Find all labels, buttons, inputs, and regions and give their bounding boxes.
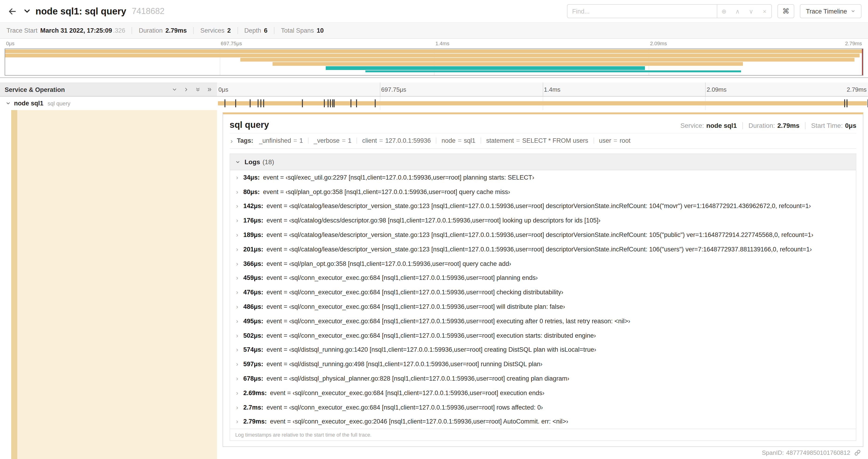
log-entry[interactable]: ›476μs:event = ‹sql/conn_executor_exec.g… — [230, 285, 856, 300]
log-marker — [224, 99, 225, 107]
next-result-button[interactable]: ∨ — [744, 5, 758, 18]
trace-view-selector[interactable]: Trace Timeline — [800, 4, 862, 18]
collapse-one-button[interactable] — [183, 87, 189, 92]
log-entry[interactable]: ›2.79ms:event = ‹sql/conn_executor_exec.… — [230, 415, 856, 429]
chevron-right-icon: › — [236, 275, 238, 281]
minimap-tick-labels: 0μs697.75μs1.4ms2.09ms2.79ms — [5, 41, 863, 47]
find-input[interactable] — [567, 4, 717, 18]
log-event-text: event = ‹sql/plan_opt.go:358 [nsql1,clie… — [267, 260, 511, 267]
expand-one-button[interactable] — [172, 87, 177, 92]
log-timestamp: 2.69ms: — [243, 390, 267, 396]
tag-equals-sign: = — [342, 137, 346, 144]
double-chevron-right-icon — [207, 87, 212, 92]
start-time-meta-value: 0μs — [845, 122, 856, 129]
log-marker — [844, 99, 845, 107]
tag-key: statement — [486, 137, 514, 144]
log-marker — [375, 99, 376, 107]
summary-item-label: Depth — [244, 27, 261, 34]
log-timestamp: 2.79ms: — [243, 418, 267, 425]
span-duration-bar[interactable] — [218, 101, 867, 105]
log-entry[interactable]: ›34μs:event = ‹sql/exec_util.go:2297 [ns… — [230, 170, 856, 185]
span-detail-panel: sql query Service: node sql1 Duration: 2… — [217, 110, 868, 459]
minimap-span-bar — [365, 70, 741, 72]
clear-search-button[interactable]: × — [758, 5, 771, 18]
log-timestamp: 486μs: — [243, 303, 264, 310]
log-timestamp: 476μs: — [243, 289, 264, 296]
log-marker — [250, 99, 251, 107]
log-entry[interactable]: ›189μs:event = ‹sql/catalog/lease/descri… — [230, 228, 856, 242]
link-icon[interactable] — [855, 450, 861, 456]
timeline-tick-header: 0μs697.75μs1.4ms2.09ms2.79ms — [217, 83, 868, 97]
span-color-accent-stripe[interactable] — [11, 110, 17, 459]
log-entry[interactable]: ›495μs:event = ‹sql/conn_executor_exec.g… — [230, 314, 856, 328]
log-entry[interactable]: ›2.69ms:event = ‹sql/conn_executor_exec.… — [230, 386, 856, 400]
log-entry[interactable]: ›176μs:event = ‹sql/catalog/descs/descri… — [230, 214, 856, 228]
tag-divider — [308, 138, 308, 144]
logs-accordion-header[interactable]: Logs (18) — [230, 154, 856, 170]
summary-item-value: 2 — [227, 27, 231, 34]
log-timestamp: 142μs: — [243, 203, 264, 210]
summary-item-value: 2.79ms — [165, 27, 187, 34]
log-entry[interactable]: ›142μs:event = ‹sql/catalog/lease/descri… — [230, 199, 856, 214]
span-detail-header: sql query Service: node sql1 Duration: 2… — [229, 119, 856, 133]
expand-all-button[interactable] — [195, 87, 201, 92]
log-entry[interactable]: ›678μs:event = ‹sql/distsql_physical_pla… — [230, 371, 856, 386]
back-button[interactable] — [3, 0, 22, 22]
log-timestamp: 495μs: — [243, 318, 264, 325]
collapse-header-chevron-icon[interactable] — [23, 7, 31, 15]
chevron-right-icon: › — [236, 347, 238, 353]
chevron-right-icon: › — [236, 246, 238, 252]
log-entry[interactable]: ›366μs:event = ‹sql/plan_opt.go:358 [nsq… — [230, 257, 856, 271]
span-service-name: node sql1 — [14, 100, 43, 107]
chevron-right-icon: › — [236, 189, 238, 195]
log-event-text: event = ‹sql/catalog/lease/descriptor_ve… — [267, 231, 813, 238]
timeline-minimap[interactable] — [5, 48, 863, 75]
log-event-text: event = ‹sql/conn_executor_exec.go:684 [… — [267, 404, 543, 411]
minimap-span-bar — [5, 54, 222, 57]
span-row[interactable]: node sql1 sql query — [0, 97, 868, 110]
chevron-right-icon: › — [236, 332, 238, 338]
log-entry[interactable]: ›201μs:event = ‹sql/catalog/lease/descri… — [230, 242, 856, 257]
log-entry[interactable]: ›2.7ms:event = ‹sql/conn_executor_exec.g… — [230, 400, 856, 415]
prev-result-button[interactable]: ∧ — [731, 5, 744, 18]
log-event-text: event = ‹sql/conn_executor_exec.go:684 [… — [267, 303, 565, 310]
tick-label: 697.75μs — [381, 86, 406, 93]
span-detail-tint — [17, 110, 217, 459]
tags-accordion[interactable]: › Tags: _unfinished=1_verbose=1client=12… — [229, 133, 856, 149]
log-marker — [235, 99, 236, 107]
keyboard-shortcuts-button[interactable]: ⌘ — [777, 4, 794, 18]
chevron-right-icon: › — [236, 404, 238, 410]
log-timestamp: 189μs: — [243, 231, 264, 238]
chevron-right-icon: › — [236, 261, 238, 267]
minimap-span-bar — [326, 66, 645, 70]
log-event-text: event = ‹sql/conn_executor_exec.go:2046 … — [270, 418, 568, 425]
log-timestamp: 574μs: — [243, 346, 264, 353]
log-event-text: event = ‹sql/conn_executor_exec.go:684 [… — [267, 274, 538, 282]
minimap-cursor-line[interactable] — [862, 49, 863, 75]
log-marker — [302, 99, 303, 107]
chevron-down-icon — [235, 159, 240, 164]
log-timestamp: 34μs: — [243, 174, 260, 181]
log-entry[interactable]: ›597μs:event = ‹sql/distsql_running.go:4… — [230, 357, 856, 371]
chevron-right-icon: › — [236, 304, 238, 310]
summary-item: Duration2.79ms — [139, 27, 187, 34]
log-entry[interactable]: ›80μs:event = ‹sql/plan_opt.go:358 [nsql… — [230, 185, 856, 199]
chevron-right-icon: › — [236, 419, 238, 425]
span-row-name-cell[interactable]: node sql1 sql query — [0, 97, 217, 110]
span-bar-cell[interactable] — [217, 97, 868, 110]
log-event-text: event = ‹sql/distsql_running.go:1420 [ns… — [267, 346, 596, 353]
log-entry[interactable]: ›574μs:event = ‹sql/distsql_running.go:1… — [230, 342, 856, 357]
focus-match-button[interactable]: ⊕ — [717, 5, 731, 18]
log-marker — [846, 99, 847, 107]
log-entry[interactable]: ›502μs:event = ‹sql/conn_executor_exec.g… — [230, 328, 856, 343]
log-entry[interactable]: ›486μs:event = ‹sql/conn_executor_exec.g… — [230, 299, 856, 314]
log-entry[interactable]: ›459μs:event = ‹sql/conn_executor_exec.g… — [230, 271, 856, 285]
tag-key: node — [441, 137, 456, 144]
grid-line — [705, 83, 706, 96]
log-marker — [323, 99, 324, 107]
grid-line — [542, 83, 543, 96]
collapse-span-chevron-icon[interactable] — [6, 101, 11, 106]
tag-divider — [356, 138, 357, 144]
chevron-down-icon — [172, 87, 177, 92]
collapse-all-button[interactable] — [207, 87, 212, 92]
